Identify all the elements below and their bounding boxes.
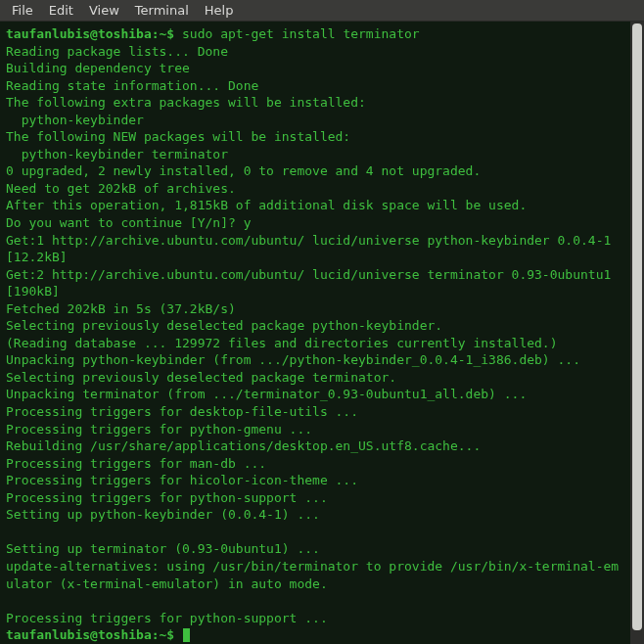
menu-view[interactable]: View	[81, 1, 127, 20]
terminal-line: Rebuilding /usr/share/applications/deskt…	[6, 437, 624, 455]
terminal-line: (Reading database ... 129972 files and d…	[6, 335, 624, 352]
prompt: taufanlubis@toshiba:~$	[6, 627, 182, 642]
terminal-line: Processing triggers for python-gmenu ...	[6, 421, 624, 438]
cursor	[183, 628, 190, 642]
scrollbar-thumb[interactable]	[632, 23, 642, 630]
terminal-line: Setting up python-keybinder (0.0.4-1) ..…	[6, 506, 624, 524]
terminal-line: Selecting previously deselected package …	[6, 369, 624, 387]
menu-help[interactable]: Help	[197, 1, 242, 20]
terminal-line: Need to get 202kB of archives.	[6, 180, 624, 198]
terminal-line: Processing triggers for hicolor-icon-the…	[6, 472, 624, 489]
terminal-line: The following NEW packages will be insta…	[6, 128, 624, 146]
terminal-line: Reading package lists... Done	[6, 43, 624, 61]
terminal-window: taufanlubis@toshiba:~$ sudo apt-get inst…	[0, 22, 644, 644]
menu-terminal[interactable]: Terminal	[127, 1, 197, 20]
terminal-line: Processing triggers for python-support .…	[6, 610, 624, 627]
terminal-line: 0 upgraded, 2 newly installed, 0 to remo…	[6, 162, 624, 180]
terminal-line: Processing triggers for desktop-file-uti…	[6, 403, 624, 421]
terminal-line: Processing triggers for man-db ...	[6, 455, 624, 473]
terminal-line: Get:1 http://archive.ubuntu.com/ubuntu/ …	[6, 232, 624, 266]
terminal-line: Get:2 http://archive.ubuntu.com/ubuntu/ …	[6, 266, 624, 300]
terminal-line: Building dependency tree	[6, 60, 624, 77]
terminal-output[interactable]: taufanlubis@toshiba:~$ sudo apt-get inst…	[0, 22, 630, 644]
terminal-line: Processing triggers for python-support .…	[6, 489, 624, 507]
terminal-line: Reading state information... Done	[6, 77, 624, 95]
scrollbar[interactable]	[630, 22, 644, 644]
menu-edit[interactable]: Edit	[41, 1, 81, 20]
menubar: File Edit View Terminal Help	[0, 0, 644, 22]
terminal-line: Unpacking terminator (from .../terminato…	[6, 386, 624, 403]
terminal-line: After this operation, 1,815kB of additio…	[6, 197, 624, 214]
terminal-line: python-keybinder	[6, 112, 624, 129]
terminal-line: Selecting previously deselected package …	[6, 317, 624, 335]
menu-file[interactable]: File	[4, 1, 41, 20]
command-text: sudo apt-get install terminator	[182, 26, 420, 41]
terminal-line: Do you want to continue [Y/n]? y	[6, 214, 624, 232]
terminal-line: Setting up terminator (0.93-0ubuntu1) ..…	[6, 540, 624, 558]
terminal-line: python-keybinder terminator	[6, 146, 624, 163]
terminal-line	[6, 592, 624, 610]
terminal-line	[6, 524, 624, 541]
terminal-line: Fetched 202kB in 5s (37.2kB/s)	[6, 300, 624, 318]
terminal-line: update-alternatives: using /usr/bin/term…	[6, 558, 624, 592]
terminal-line: The following extra packages will be ins…	[6, 94, 624, 112]
terminal-line: Unpacking python-keybinder (from .../pyt…	[6, 351, 624, 369]
prompt: taufanlubis@toshiba:~$	[6, 26, 182, 41]
